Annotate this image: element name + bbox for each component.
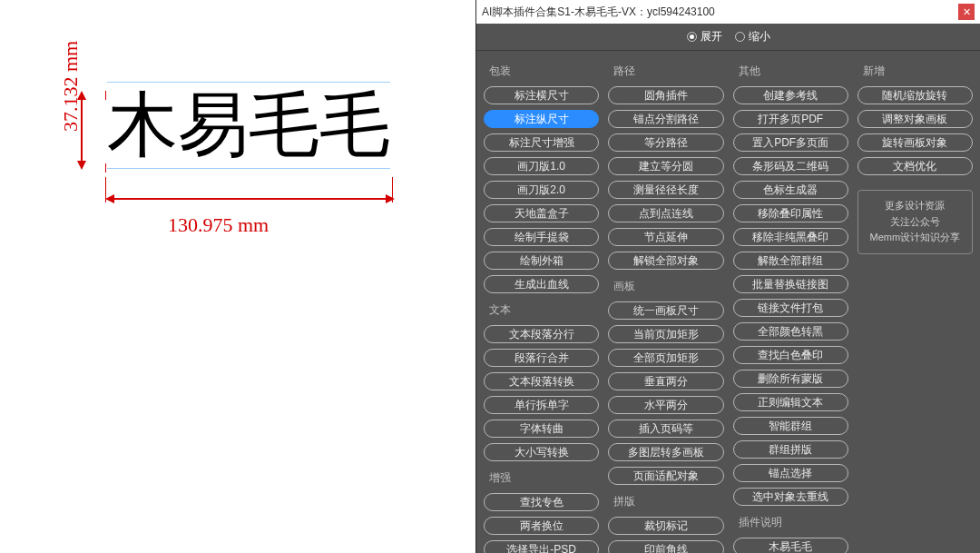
- panel-body: 包装 标注横尺寸 标注纵尺寸 标注尺寸增强 画刀版1.0 画刀版2.0 天地盖盒…: [476, 51, 980, 553]
- btn-place-multipdf[interactable]: 置入PDF多页面: [733, 133, 848, 152]
- btn-random-scale-rotate[interactable]: 随机缩放旋转: [858, 86, 973, 104]
- btn-measure-len[interactable]: 测量径径长度: [608, 181, 723, 199]
- btn-divide-path[interactable]: 等分路径: [608, 133, 723, 152]
- dimension-tick: [105, 177, 106, 202]
- btn-rect-all[interactable]: 全部页加矩形: [608, 349, 723, 367]
- btn-create-guide[interactable]: 创建参考线: [733, 86, 848, 104]
- section-title: 插件说明: [739, 515, 848, 530]
- btn-swap-two[interactable]: 两者换位: [484, 517, 599, 535]
- btn-dieline-1[interactable]: 画刀版1.0: [484, 157, 599, 175]
- radio-expand[interactable]: 展开: [687, 29, 722, 44]
- btn-extend-node[interactable]: 节点延伸: [608, 228, 723, 246]
- btn-lid-box[interactable]: 天地盖盒子: [484, 204, 599, 222]
- btn-para-convert[interactable]: 文本段落转换: [484, 372, 599, 390]
- arrow-left-icon: [105, 194, 114, 203]
- dimension-vertical-line: [81, 97, 83, 161]
- btn-remove-nonblack-overprint[interactable]: 移除非纯黑叠印: [733, 228, 848, 246]
- btn-prepress-marks[interactable]: 印前角线: [608, 540, 723, 553]
- arrow-down-icon: [77, 161, 86, 170]
- btn-find-spot[interactable]: 查找专色: [484, 493, 599, 511]
- radio-icon: [687, 32, 697, 42]
- arrow-right-icon: [386, 194, 395, 203]
- resource-info-box: 更多设计资源 关注公众号 Memm设计知识分享: [858, 190, 973, 254]
- btn-open-multipdf[interactable]: 打开多页PDF: [733, 110, 848, 128]
- btn-fit-object[interactable]: 页面适配对象: [608, 467, 723, 485]
- section-title: 文本: [489, 302, 599, 318]
- info-line: Memm设计知识分享: [864, 230, 966, 246]
- info-line: 关注公众号: [864, 214, 966, 231]
- btn-point-line[interactable]: 点到点连线: [608, 204, 723, 222]
- btn-ungroup-all[interactable]: 解散全部群组: [733, 252, 848, 270]
- btn-regex-text[interactable]: 正则编辑文本: [733, 393, 848, 411]
- btn-batch-relink[interactable]: 批量替换链接图: [733, 275, 848, 293]
- column-path: 路径 圆角插件 锚点分割路径 等分路径 建立等分圆 测量径径长度 点到点连线 节…: [608, 60, 723, 553]
- info-line: 更多设计资源: [864, 198, 966, 214]
- btn-export-psd[interactable]: 选择导出-PSD: [484, 540, 599, 553]
- btn-insert-pagenum[interactable]: 插入页码等: [608, 420, 723, 438]
- btn-dedup-lines[interactable]: 选中对象去重线: [733, 488, 848, 506]
- btn-adjust-obj-artboard[interactable]: 调整对象画板: [858, 110, 973, 128]
- close-icon: ✕: [963, 6, 971, 18]
- btn-split-h[interactable]: 水平两分: [608, 396, 723, 414]
- btn-remove-overprint[interactable]: 移除叠印属性: [733, 204, 848, 222]
- dimension-tick: [105, 163, 106, 173]
- close-button[interactable]: ✕: [958, 4, 975, 20]
- btn-divide-circle[interactable]: 建立等分圆: [608, 157, 723, 175]
- btn-crop-marks[interactable]: 裁切标记: [608, 517, 723, 535]
- btn-rotate-artboard-obj[interactable]: 旋转画板对象: [858, 133, 973, 152]
- btn-rect-current[interactable]: 当前页加矩形: [608, 325, 723, 343]
- btn-all-to-black[interactable]: 全部颜色转黑: [733, 322, 848, 341]
- section-title: 新增: [863, 64, 973, 79]
- plugin-panel: AI脚本插件合集S1-木易毛毛-VX：ycl594243100 ✕ 展开 缩小 …: [475, 0, 980, 553]
- arrow-up-icon: [77, 91, 86, 100]
- btn-para-merge[interactable]: 段落行合并: [484, 349, 599, 367]
- btn-split-chars[interactable]: 单行拆单字: [484, 396, 599, 414]
- section-title: 路径: [613, 64, 723, 79]
- btn-draw-carton[interactable]: 绘制外箱: [484, 252, 599, 270]
- btn-smart-group[interactable]: 智能群组: [733, 417, 848, 435]
- btn-find-white-overprint[interactable]: 查找白色叠印: [733, 346, 848, 364]
- radio-label: 展开: [701, 29, 722, 44]
- btn-round-corner[interactable]: 圆角插件: [608, 86, 723, 104]
- radio-label: 缩小: [749, 29, 770, 44]
- btn-package-links[interactable]: 链接文件打包: [733, 299, 848, 317]
- btn-group-impose[interactable]: 群组拼版: [733, 440, 848, 459]
- btn-bleed-line[interactable]: 生成出血线: [484, 275, 599, 293]
- btn-anchor-select[interactable]: 锚点选择: [733, 464, 848, 482]
- btn-dieline-2[interactable]: 画刀版2.0: [484, 181, 599, 199]
- btn-doc-optimize[interactable]: 文档优化: [858, 157, 973, 175]
- section-title: 增强: [489, 470, 599, 486]
- btn-label-h-dim[interactable]: 标注横尺寸: [484, 86, 599, 104]
- btn-delete-masks[interactable]: 删除所有蒙版: [733, 370, 848, 388]
- btn-outline-font[interactable]: 字体转曲: [484, 420, 599, 438]
- column-packaging: 包装 标注横尺寸 标注纵尺寸 标注尺寸增强 画刀版1.0 画刀版2.0 天地盖盒…: [484, 60, 599, 553]
- btn-unlock-all[interactable]: 解锁全部对象: [608, 252, 723, 270]
- section-title: 画板: [613, 279, 723, 294]
- section-title: 其他: [739, 64, 848, 79]
- btn-plugin-about[interactable]: 木易毛毛: [733, 538, 848, 553]
- dimension-tick: [105, 91, 106, 100]
- btn-split-v[interactable]: 垂直两分: [608, 372, 723, 390]
- dimension-horizontal-line: [113, 198, 386, 200]
- btn-case-convert[interactable]: 大小写转换: [484, 443, 599, 461]
- btn-para-split[interactable]: 文本段落分行: [484, 325, 599, 343]
- canvas-area: 37.132 mm 木易毛毛 130.975 mm: [0, 0, 490, 553]
- section-title: 拼版: [613, 494, 723, 509]
- dimension-horizontal-label: 130.975 mm: [168, 213, 269, 237]
- btn-layers-to-artboards[interactable]: 多图层转多画板: [608, 443, 723, 461]
- btn-label-dim-enhance[interactable]: 标注尺寸增强: [484, 133, 599, 152]
- column-other: 其他 创建参考线 打开多页PDF 置入PDF多页面 条形码及二维码 色标生成器 …: [733, 60, 848, 553]
- btn-label-v-dim[interactable]: 标注纵尺寸: [484, 110, 599, 128]
- section-title: 包装: [489, 64, 599, 79]
- btn-unify-artboard[interactable]: 统一画板尺寸: [608, 301, 723, 320]
- view-mode-row: 展开 缩小: [476, 24, 980, 51]
- sample-text[interactable]: 木易毛毛: [107, 82, 390, 169]
- radio-icon: [735, 32, 745, 42]
- btn-anchor-split[interactable]: 锚点分割路径: [608, 110, 723, 128]
- dimension-tick: [392, 177, 393, 202]
- btn-color-chip[interactable]: 色标生成器: [733, 181, 848, 199]
- btn-barcode-qr[interactable]: 条形码及二维码: [733, 157, 848, 175]
- radio-shrink[interactable]: 缩小: [735, 29, 770, 44]
- btn-draw-bag[interactable]: 绘制手提袋: [484, 228, 599, 246]
- column-new: 新增 随机缩放旋转 调整对象画板 旋转画板对象 文档优化 更多设计资源 关注公众…: [858, 60, 973, 553]
